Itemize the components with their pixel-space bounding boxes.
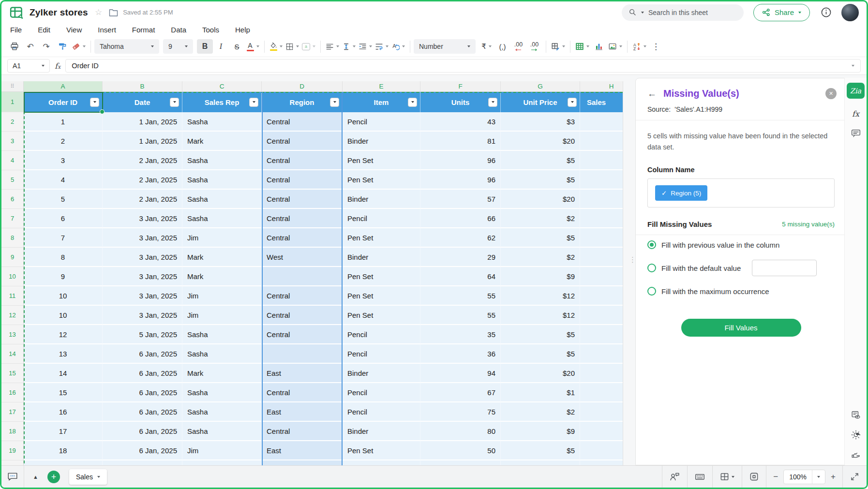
cell-D12[interactable]: Central [262, 306, 343, 325]
cell-E14[interactable]: Pencil [343, 344, 420, 364]
clear-format-button[interactable] [70, 39, 87, 54]
cell-F13[interactable]: 35 [420, 325, 501, 344]
sort-chevron-icon[interactable] [644, 45, 646, 47]
radio-fill-previous[interactable] [647, 240, 656, 249]
option-fill-max[interactable]: Fill with the maximum occurrence [636, 282, 846, 301]
menu-help[interactable]: Help [235, 26, 250, 34]
fill-values-button[interactable]: Fill Values [681, 319, 801, 337]
cell-D11[interactable]: Central [262, 286, 343, 306]
cell-A2[interactable]: 1 [24, 112, 103, 132]
cell-G15[interactable]: $20 [501, 364, 580, 383]
filter-button[interactable] [170, 98, 179, 107]
cell-C6[interactable]: Sasha [182, 190, 262, 209]
row-header-8[interactable]: 8 [1, 228, 24, 248]
menu-format[interactable]: Format [132, 26, 155, 34]
row-header-2[interactable]: 2 [1, 112, 24, 132]
cell-E11[interactable]: Pen Set [343, 286, 420, 306]
cell-F16[interactable]: 67 [420, 383, 501, 402]
cell-D2[interactable]: Central [262, 112, 343, 132]
cell-F5[interactable]: 96 [420, 170, 501, 190]
vertical-align-button[interactable] [341, 39, 357, 54]
cell-B8[interactable]: 3 Jan, 2025 [103, 228, 182, 248]
folder-icon[interactable] [109, 9, 118, 16]
cell-C13[interactable]: Sasha [182, 325, 262, 344]
discussion-button[interactable] [1, 466, 24, 488]
strikethrough-button[interactable]: S [229, 39, 245, 54]
cell-H16[interactable] [580, 383, 623, 402]
sheet-list-button[interactable]: ▲ [33, 474, 38, 480]
header-cell-date[interactable]: Date [103, 92, 182, 112]
font-family-select[interactable]: Tahoma [94, 39, 159, 54]
row-header-17[interactable]: 17 [1, 402, 24, 422]
cell-H3[interactable] [580, 132, 623, 151]
text-rotation-chevron-icon[interactable] [402, 45, 405, 47]
decrease-decimal-button[interactable]: .00 [510, 39, 526, 54]
row-header-6[interactable]: 6 [1, 190, 24, 209]
cell-G8[interactable]: $5 [501, 228, 580, 248]
cell-B11[interactable]: 3 Jan, 2025 [103, 286, 182, 306]
brightness-rail-icon[interactable] [851, 430, 861, 440]
fullscreen-button[interactable] [843, 472, 867, 481]
number-format-select[interactable]: Number [414, 39, 476, 54]
cell-G11[interactable]: $12 [501, 286, 580, 306]
panel-close-button[interactable]: ✕ [825, 88, 837, 99]
cell-B15[interactable]: 6 Jan, 2025 [103, 364, 182, 383]
filter-button[interactable] [249, 98, 258, 107]
cell-F19[interactable]: 50 [420, 441, 501, 460]
cell-G19[interactable]: $5 [501, 441, 580, 460]
cell-G12[interactable]: $12 [501, 306, 580, 325]
cell-H13[interactable] [580, 325, 623, 344]
cell-D5[interactable]: Central [262, 170, 343, 190]
row-header-9[interactable]: 9 [1, 248, 24, 267]
cell-F15[interactable]: 94 [420, 364, 501, 383]
header-cell-sales-rep[interactable]: Sales Rep [182, 92, 262, 112]
indent-chevron-icon[interactable] [369, 45, 372, 47]
cell-G14[interactable]: $5 [501, 344, 580, 364]
cell-F18[interactable]: 80 [420, 422, 501, 441]
cell-C2[interactable]: Sasha [182, 112, 262, 132]
cell-A18[interactable]: 17 [24, 422, 103, 441]
cell-D4[interactable]: Central [262, 151, 343, 170]
cell-D14[interactable] [262, 344, 343, 364]
cell-E15[interactable]: Binder [343, 364, 420, 383]
indent-button[interactable] [357, 39, 374, 54]
cell-F11[interactable]: 55 [420, 286, 501, 306]
cell-C4[interactable]: Sasha [182, 151, 262, 170]
cell-A17[interactable]: 16 [24, 402, 103, 422]
cell-G4[interactable]: $5 [501, 151, 580, 170]
cell-E6[interactable]: Binder [343, 190, 420, 209]
cell-D6[interactable]: Central [262, 190, 343, 209]
cell-C14[interactable]: Sasha [182, 344, 262, 364]
sheet-tab-sales[interactable]: Sales [69, 469, 107, 485]
fx-icon[interactable]: fx [55, 61, 60, 71]
cell-C19[interactable]: Jim [182, 441, 262, 460]
menu-data[interactable]: Data [171, 26, 186, 34]
cell-H15[interactable] [580, 364, 623, 383]
header-cell-units[interactable]: Units [420, 92, 501, 112]
cell-E17[interactable]: Pencil [343, 402, 420, 422]
redo-button[interactable]: ↷ [38, 39, 54, 54]
cell-E18[interactable]: Binder [343, 422, 420, 441]
sheet[interactable]: ⠿ABCDEFGH1Order IDDateSales RepRegionIte… [1, 81, 623, 468]
fill-color-chevron-icon[interactable] [280, 45, 283, 47]
formula-expand-chevron-icon[interactable] [852, 65, 854, 67]
row-header-10[interactable]: 10 [1, 267, 24, 286]
cell-D16[interactable]: Central [262, 383, 343, 402]
zoom-level-select[interactable]: 100% [783, 470, 825, 484]
cell-A5[interactable]: 4 [24, 170, 103, 190]
row-header-15[interactable]: 15 [1, 364, 24, 383]
zia-button[interactable]: Zia [847, 83, 865, 99]
row-header-4[interactable]: 4 [1, 151, 24, 170]
cell-C5[interactable]: Sasha [182, 170, 262, 190]
cell-B9[interactable]: 3 Jan, 2025 [103, 248, 182, 267]
row-header-19[interactable]: 19 [1, 441, 24, 460]
column-header-C[interactable]: C [182, 81, 262, 92]
panel-back-button[interactable]: ← [647, 89, 657, 99]
borders-button[interactable] [284, 39, 300, 54]
row-header-1[interactable]: 1 [1, 92, 24, 112]
cell-H6[interactable] [580, 190, 623, 209]
cell-H14[interactable] [580, 344, 623, 364]
cell-E5[interactable]: Pen Set [343, 170, 420, 190]
cell-E19[interactable]: Pen Set [343, 441, 420, 460]
cell-D8[interactable]: Central [262, 228, 343, 248]
